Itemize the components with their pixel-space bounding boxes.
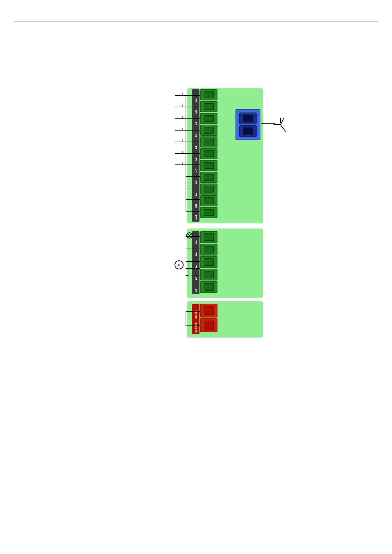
connector-down bbox=[175, 127, 186, 133]
label-L5: L5 bbox=[194, 138, 197, 149]
terminal-3 bbox=[200, 113, 217, 124]
label-L1: L1 bbox=[194, 91, 197, 102]
terminal-power1 bbox=[200, 304, 217, 318]
terminal-4 bbox=[200, 125, 217, 136]
blue-cell-2 bbox=[239, 125, 257, 137]
terminal-power2 bbox=[200, 318, 217, 332]
top-rule bbox=[14, 21, 378, 21]
terminal-8 bbox=[200, 172, 217, 183]
connector-edge bbox=[175, 150, 186, 157]
label-E5: E5 bbox=[194, 282, 197, 292]
wire-power-vertical bbox=[186, 311, 186, 326]
terminal-block-bottom bbox=[200, 304, 217, 332]
terminal-2 bbox=[200, 101, 217, 112]
wire-power2 bbox=[186, 325, 200, 326]
wire-stop bbox=[186, 107, 200, 107]
wire-fire-alarm bbox=[186, 164, 200, 165]
svg-line-15 bbox=[280, 118, 284, 125]
terminal-E2 bbox=[200, 244, 217, 256]
label-230vac: 230Vac bbox=[195, 305, 197, 319]
wire-flash-e2 bbox=[186, 249, 200, 249]
label-L8: L8 bbox=[194, 174, 197, 184]
connector-fire-alarm bbox=[175, 162, 186, 168]
antenna-symbol bbox=[272, 114, 289, 135]
terminal-block-top bbox=[200, 89, 217, 218]
wire-startup bbox=[186, 95, 200, 96]
terminal-E1 bbox=[200, 231, 217, 243]
terminal-11 bbox=[200, 207, 217, 218]
label-strip-top: L1 L2 L3 L4 L5 L6 L7 L8 L9 L10 L11 bbox=[192, 89, 199, 222]
terminal-10 bbox=[200, 195, 217, 206]
motor-connection-lines bbox=[179, 258, 197, 279]
terminal-9 bbox=[200, 184, 217, 195]
bulb-symbol bbox=[186, 232, 193, 239]
svg-line-16 bbox=[280, 125, 286, 132]
terminal-E5 bbox=[200, 281, 217, 293]
wire-24vdc-test bbox=[186, 211, 200, 212]
blue-cell-1 bbox=[239, 113, 257, 124]
label-L2: L2 bbox=[194, 103, 197, 114]
terminal-7 bbox=[200, 160, 217, 171]
wire-photocell bbox=[186, 142, 200, 142]
label-L9: L9 bbox=[194, 186, 197, 196]
label-L6: L6 bbox=[194, 150, 197, 161]
wire-vertical-left-main bbox=[186, 95, 186, 211]
blue-receiver bbox=[235, 109, 260, 140]
wire-edge bbox=[186, 153, 200, 154]
wire-common1 bbox=[186, 118, 200, 119]
wire-common2 bbox=[186, 176, 200, 177]
label-E1: E1 bbox=[194, 233, 197, 244]
terminal-E4 bbox=[200, 269, 217, 280]
label-L4: L4 bbox=[194, 127, 197, 137]
wire-24vdc-acc bbox=[186, 199, 200, 200]
label-strip-bottom: 230Vac 50-60 Hz bbox=[192, 304, 199, 334]
wire-flash-e1 bbox=[186, 236, 200, 237]
connector-common1 bbox=[175, 116, 186, 122]
label-L3: L3 bbox=[194, 115, 197, 125]
label-E2: E2 bbox=[194, 245, 197, 256]
wire-power1 bbox=[186, 311, 200, 312]
connector-startup bbox=[175, 92, 186, 99]
terminal-5 bbox=[200, 136, 217, 148]
wire-power-adj bbox=[186, 188, 200, 188]
connector-stop bbox=[175, 104, 186, 110]
terminal-1 bbox=[200, 89, 217, 100]
connector-photocell bbox=[175, 139, 186, 145]
terminal-block-middle bbox=[200, 231, 217, 293]
terminal-6 bbox=[200, 148, 217, 159]
wire-down bbox=[186, 130, 200, 131]
label-L7: L7 bbox=[194, 162, 197, 172]
terminal-E3 bbox=[200, 256, 217, 268]
